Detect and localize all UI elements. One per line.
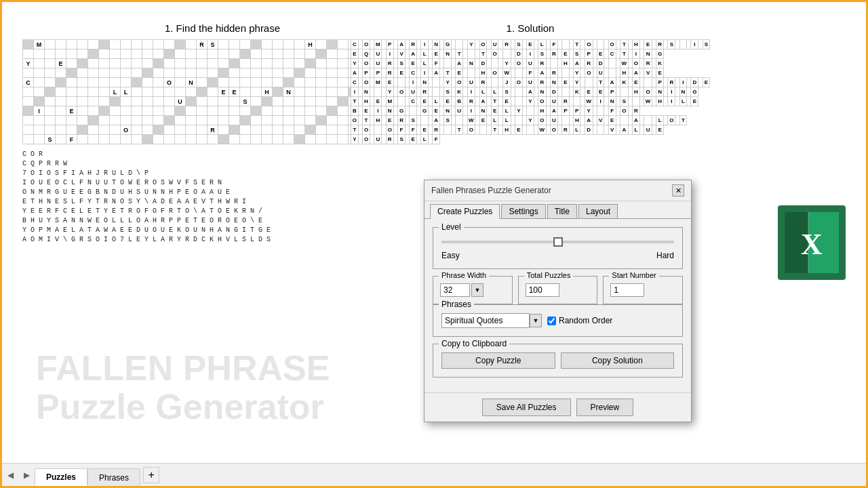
- dialog-close-button[interactable]: ✕: [672, 184, 684, 197]
- dialog-title: Fallen Phrases Puzzle Generator: [431, 186, 551, 195]
- main-content: 1. Find the hidden phrase MRSHYECONLLEEH…: [2, 2, 866, 467]
- fallen-letter-row: A O M I V \ G R S O I O 7 L E Y L A R Y …: [22, 235, 422, 245]
- phrase-width-dropdown[interactable]: ▼: [471, 283, 484, 297]
- sheet-tab-puzzles[interactable]: Puzzles: [35, 468, 87, 486]
- solution-section: 1. Solution COMPARINGYOURSELFTOOTHERSISE…: [351, 22, 710, 144]
- copy-clipboard-label: Copy to Clipboard: [439, 339, 509, 348]
- phrases-dropdown-arrow[interactable]: ▼: [530, 314, 542, 327]
- preview-button[interactable]: Preview: [576, 399, 634, 416]
- excel-icon: X: [778, 205, 846, 280]
- level-easy-label: Easy: [441, 251, 460, 260]
- level-hard-label: Hard: [656, 251, 674, 260]
- fallen-letter-row: Y E E R F C E L E T Y E T R O F O F R T …: [22, 207, 422, 216]
- fallen-letter-row: Y O P M A E L A T A W A E E D U O U E K …: [22, 226, 422, 235]
- svg-text:X: X: [801, 228, 823, 261]
- copy-clipboard-group: Copy to Clipboard Copy Puzzle Copy Solut…: [433, 344, 683, 378]
- phrases-label: Phrases: [439, 300, 474, 309]
- fallen-letters: C O RC Q P R R W7 O I O S F I A H J R U …: [22, 150, 422, 245]
- fallen-letter-row: C O R: [22, 150, 422, 159]
- solution-title: 1. Solution: [351, 22, 710, 34]
- dialog-titlebar: Fallen Phrases Puzzle Generator ✕: [425, 180, 691, 201]
- start-number-label: Start Number: [609, 271, 658, 279]
- copy-solution-button[interactable]: Copy Solution: [561, 352, 675, 369]
- watermark-line2: Puzzle Generator: [36, 388, 330, 426]
- solution-grid: COMPARINGYOURSELFTOOTHERSISEQUIVALENTTOD…: [351, 39, 710, 144]
- sheet-tabs: Puzzles Phrases: [35, 464, 140, 486]
- tab-nav-left[interactable]: ◀: [2, 464, 18, 487]
- svg-rect-3: [808, 212, 839, 220]
- dialog-footer: Save All Puzzles Preview: [425, 392, 691, 422]
- level-slider[interactable]: [441, 241, 674, 243]
- start-number-group: Start Number: [603, 276, 683, 304]
- phrases-row: Spiritual Quotes ▼ Random Order: [441, 313, 674, 328]
- sheet-tab-phrases[interactable]: Phrases: [87, 468, 140, 486]
- level-label: Level: [439, 222, 464, 232]
- phrases-select-wrapper: Spiritual Quotes ▼: [441, 313, 542, 328]
- watermark-line1: FALLEN PHRASE: [36, 349, 330, 388]
- level-group: Level Easy Hard: [433, 227, 683, 269]
- dialog: Fallen Phrases Puzzle Generator ✕ Create…: [424, 180, 692, 422]
- tab-title[interactable]: Title: [547, 204, 577, 218]
- fallen-letter-row: O N M R G U E E G B N D U H S U N N H P …: [22, 188, 422, 197]
- level-labels: Easy Hard: [441, 251, 674, 260]
- fallen-letter-row: I O U E O C L F N U U T O W E R O S W V …: [22, 178, 422, 188]
- total-puzzles-input[interactable]: [526, 283, 559, 297]
- tab-nav-right[interactable]: ▶: [18, 464, 35, 487]
- tab-layout[interactable]: Layout: [578, 204, 618, 218]
- solution-table: COMPARINGYOURSELFTOOTHERSISEQUIVALENTTOD…: [351, 39, 710, 144]
- crossword-grid: MRSHYECONLLEEHNUSIEORSF: [22, 39, 370, 144]
- tab-settings[interactable]: Settings: [501, 204, 545, 218]
- save-all-button[interactable]: Save All Puzzles: [482, 399, 571, 416]
- random-order-checkbox[interactable]: [547, 317, 556, 325]
- phrase-width-label: Phrase Width: [439, 271, 489, 279]
- dialog-tabs: Create Puzzles Settings Title Layout: [425, 201, 691, 219]
- slider-container: [441, 233, 674, 248]
- fallen-letter-row: E T H N E S L F Y T R N O S Y \ A D E A …: [22, 197, 422, 207]
- phrases-select-value: Spiritual Quotes: [445, 316, 502, 325]
- copy-buttons: Copy Puzzle Copy Solution: [441, 352, 674, 369]
- tab-create-puzzles[interactable]: Create Puzzles: [430, 204, 500, 219]
- svg-rect-6: [808, 261, 839, 273]
- fallen-letter-row: B H U Y S A N N W E O L L L O A H R P P …: [22, 216, 422, 226]
- random-order-label: Random Order: [547, 316, 612, 325]
- taskbar: ◀ ▶ Puzzles Phrases +: [2, 463, 866, 486]
- fallen-letter-row: 7 O I O S F I A H J R U L D \ P: [22, 169, 422, 178]
- total-puzzles-label: Total Puzzles: [524, 271, 574, 279]
- add-sheet-button[interactable]: +: [143, 467, 159, 483]
- watermark: FALLEN PHRASE Puzzle Generator: [36, 349, 330, 426]
- phrase-width-input[interactable]: [440, 283, 470, 297]
- level-row: Easy Hard: [441, 233, 674, 260]
- phrases-select[interactable]: Spiritual Quotes: [441, 313, 530, 328]
- start-number-input[interactable]: [610, 283, 644, 297]
- phrases-group: Phrases Spiritual Quotes ▼ Random Order: [433, 304, 683, 337]
- fallen-letter-row: C Q P R R W: [22, 159, 422, 169]
- random-order-text: Random Order: [559, 316, 612, 325]
- copy-puzzle-button[interactable]: Copy Puzzle: [441, 352, 555, 369]
- phrase-width-input-area: ▼: [440, 283, 505, 297]
- dialog-content: Level Easy Hard Phrase Width: [425, 219, 691, 392]
- total-puzzles-group: Total Puzzles: [518, 276, 598, 304]
